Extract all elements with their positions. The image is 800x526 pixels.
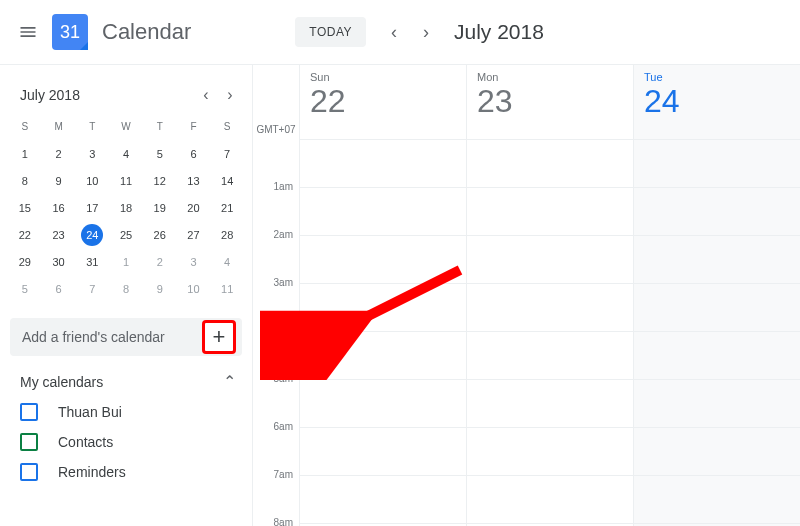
mini-day[interactable]: 11 <box>210 275 244 302</box>
mini-day[interactable]: 29 <box>8 248 42 275</box>
mini-day[interactable]: 24 <box>75 221 109 248</box>
day-header[interactable]: Sun22 <box>299 65 466 139</box>
logo-day: 31 <box>60 22 80 43</box>
mini-day[interactable]: 3 <box>75 140 109 167</box>
time-slot[interactable] <box>300 475 466 523</box>
prev-period-button[interactable]: ‹ <box>378 16 410 48</box>
calendar-icon: 31 <box>52 14 88 50</box>
app-logo[interactable]: 31 Calendar <box>52 14 191 50</box>
add-calendar-button[interactable]: + <box>213 326 226 348</box>
mini-day[interactable]: 15 <box>8 194 42 221</box>
mini-day[interactable]: 20 <box>177 194 211 221</box>
mini-day[interactable]: 10 <box>75 167 109 194</box>
time-slot[interactable] <box>300 139 466 187</box>
mini-day[interactable]: 1 <box>8 140 42 167</box>
time-slot[interactable] <box>634 235 800 283</box>
my-calendars-title: My calendars <box>20 374 103 390</box>
mini-day[interactable]: 18 <box>109 194 143 221</box>
mini-day[interactable]: 16 <box>42 194 76 221</box>
time-slot[interactable] <box>634 283 800 331</box>
mini-day[interactable]: 8 <box>8 167 42 194</box>
time-slot[interactable] <box>467 331 633 379</box>
hour-label: 4am <box>253 325 299 373</box>
content: July 2018 ‹ › SMTWTFS1234567891011121314… <box>0 64 800 526</box>
mini-day[interactable]: 5 <box>8 275 42 302</box>
mini-cal-title: July 2018 <box>20 87 80 103</box>
mini-day[interactable]: 2 <box>143 248 177 275</box>
calendar-list-item[interactable]: Contacts <box>20 427 252 457</box>
time-slot[interactable] <box>634 379 800 427</box>
time-slot[interactable] <box>467 187 633 235</box>
day-column[interactable] <box>633 139 800 526</box>
time-slot[interactable] <box>467 283 633 331</box>
time-slot[interactable] <box>634 139 800 187</box>
mini-day[interactable]: 9 <box>143 275 177 302</box>
hour-label: 8am <box>253 517 299 526</box>
mini-day[interactable]: 2 <box>42 140 76 167</box>
mini-day[interactable]: 21 <box>210 194 244 221</box>
mini-day[interactable]: 10 <box>177 275 211 302</box>
mini-calendar[interactable]: SMTWTFS123456789101112131415161718192021… <box>0 113 252 302</box>
time-slot[interactable] <box>634 475 800 523</box>
mini-day[interactable]: 4 <box>109 140 143 167</box>
add-calendar-highlight: + <box>202 320 236 354</box>
time-slot[interactable] <box>300 187 466 235</box>
mini-day[interactable]: 8 <box>109 275 143 302</box>
mini-day[interactable]: 22 <box>8 221 42 248</box>
mini-day[interactable]: 12 <box>143 167 177 194</box>
mini-day[interactable]: 23 <box>42 221 76 248</box>
calendar-checkbox[interactable] <box>20 463 38 481</box>
mini-day[interactable]: 28 <box>210 221 244 248</box>
day-header[interactable]: Tue24 <box>633 65 800 139</box>
my-calendars-header[interactable]: My calendars ⌃ <box>0 356 252 397</box>
mini-day[interactable]: 6 <box>42 275 76 302</box>
mini-day[interactable]: 26 <box>143 221 177 248</box>
time-slot[interactable] <box>634 331 800 379</box>
time-slot[interactable] <box>467 475 633 523</box>
time-slot[interactable] <box>634 187 800 235</box>
mini-day[interactable]: 7 <box>75 275 109 302</box>
mini-day[interactable]: 25 <box>109 221 143 248</box>
mini-day[interactable]: 30 <box>42 248 76 275</box>
mini-day[interactable]: 9 <box>42 167 76 194</box>
mini-day[interactable]: 17 <box>75 194 109 221</box>
day-header[interactable]: Mon23 <box>466 65 633 139</box>
mini-next-button[interactable]: › <box>218 83 242 107</box>
time-slot[interactable] <box>467 235 633 283</box>
mini-day[interactable]: 7 <box>210 140 244 167</box>
calendar-checkbox[interactable] <box>20 403 38 421</box>
mini-prev-button[interactable]: ‹ <box>194 83 218 107</box>
mini-day[interactable]: 6 <box>177 140 211 167</box>
mini-day[interactable]: 11 <box>109 167 143 194</box>
today-button[interactable]: TODAY <box>295 17 366 47</box>
time-slot[interactable] <box>300 331 466 379</box>
day-column[interactable] <box>299 139 466 526</box>
add-friend-input[interactable]: Add a friend's calendar <box>22 329 202 345</box>
time-grid[interactable]: 1am2am3am4am5am6am7am8am <box>253 139 800 526</box>
mini-day[interactable]: 31 <box>75 248 109 275</box>
mini-day[interactable]: 13 <box>177 167 211 194</box>
time-slot[interactable] <box>300 379 466 427</box>
time-slot[interactable] <box>467 139 633 187</box>
time-slot[interactable] <box>467 427 633 475</box>
mini-day[interactable]: 1 <box>109 248 143 275</box>
mini-day[interactable]: 14 <box>210 167 244 194</box>
calendar-list-item[interactable]: Reminders <box>20 457 252 487</box>
mini-day[interactable]: 4 <box>210 248 244 275</box>
calendar-list-item[interactable]: Thuan Bui <box>20 397 252 427</box>
time-slot[interactable] <box>300 427 466 475</box>
hour-label: 5am <box>253 373 299 421</box>
main-menu-button[interactable] <box>8 12 48 52</box>
mini-day[interactable]: 5 <box>143 140 177 167</box>
mini-day[interactable]: 3 <box>177 248 211 275</box>
day-column[interactable] <box>466 139 633 526</box>
calendar-checkbox[interactable] <box>20 433 38 451</box>
mini-day[interactable]: 19 <box>143 194 177 221</box>
time-slot[interactable] <box>634 427 800 475</box>
time-slot[interactable] <box>300 283 466 331</box>
time-slot[interactable] <box>300 235 466 283</box>
mini-dow: F <box>177 113 211 140</box>
time-slot[interactable] <box>467 379 633 427</box>
mini-day[interactable]: 27 <box>177 221 211 248</box>
next-period-button[interactable]: › <box>410 16 442 48</box>
